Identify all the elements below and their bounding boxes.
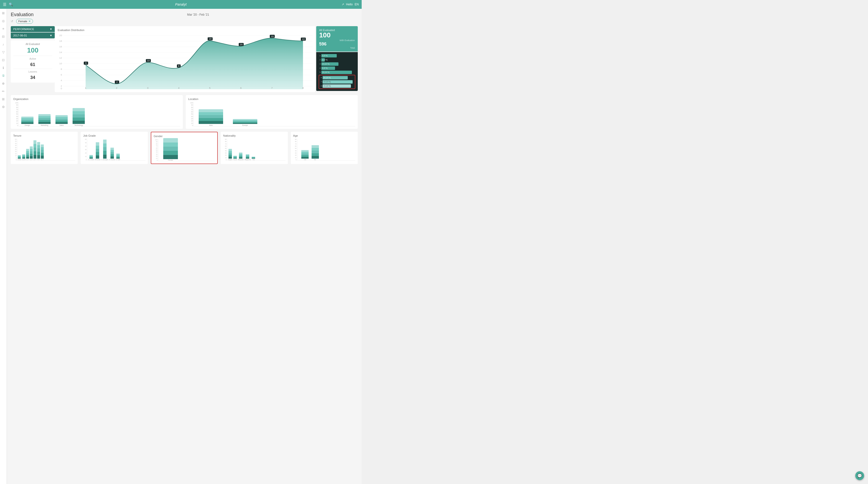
sidebar-icon-note[interactable]: ♪ (1, 42, 6, 47)
filter-pill[interactable]: Female ✕ (16, 19, 33, 24)
score-row-4: 4 8 (8 %) (319, 66, 355, 70)
nationality-section: Nationality 9080706050403020100 (221, 132, 288, 164)
svg-text:18: 18 (59, 40, 62, 42)
org-y-axis: 1009080706050403020100 (13, 102, 18, 126)
all-eval-big: 100 (319, 32, 355, 39)
sidebar-icon-down[interactable]: ▽ (1, 50, 6, 54)
location-bars: Asia Europe (193, 102, 355, 126)
svg-text:7: 7 (271, 87, 273, 89)
nav-right: ↗ Hello EN (342, 3, 359, 6)
location-title: Location (188, 97, 355, 100)
sidebar-icon-circle[interactable]: ◎ (1, 19, 6, 23)
share-icon[interactable]: ↗ (342, 3, 344, 6)
menu-icon[interactable]: ☰ (3, 2, 6, 7)
age-title: Age (293, 134, 355, 137)
top-eval-section: PERFORMANCE ▼ 2017-06-01 ▼ All Evaluated… (11, 26, 358, 92)
sidebar-icon-settings[interactable]: ⚙ (1, 104, 6, 109)
sidebar-icon-table[interactable]: ⊡ (1, 58, 6, 62)
svg-text:19: 19 (271, 35, 274, 38)
date-range: Mar '20 - Feb '21 (38, 13, 358, 17)
job-grade-title: Job Grade (83, 134, 145, 137)
score-row-2: 2 2 (2 %) (319, 58, 355, 62)
sidebar-icon-grid[interactable]: ⊞ (1, 11, 6, 15)
hello-text: Hello (346, 3, 352, 6)
job-grade-section: Job Grade 6050403020100 (81, 132, 148, 164)
search-icon[interactable]: 🔍 (9, 2, 13, 6)
org-title: Organization (13, 97, 180, 100)
svg-text:14: 14 (59, 51, 62, 53)
active-value: 61 (13, 62, 52, 67)
svg-text:20: 20 (59, 34, 62, 36)
svg-text:18: 18 (209, 38, 211, 40)
lang-text[interactable]: EN (354, 3, 359, 6)
date-label: 2017-06-01 (13, 34, 27, 37)
score-row-3: 3 10 (10 %) (319, 62, 355, 66)
svg-text:3: 3 (147, 87, 149, 89)
date-dropdown[interactable]: 2017-06-01 ▼ (11, 32, 55, 38)
all-evaluated-box: All Evaluated 100 With Evaluation 596 To… (316, 26, 358, 52)
top-nav: ☰ 🔍 Panalyt ↗ Hello EN (0, 0, 362, 9)
leavers-label: Leavers (13, 70, 52, 73)
svg-text:2: 2 (116, 81, 118, 83)
sidebar-icon-expand[interactable]: ⊞ (1, 97, 6, 101)
all-evaluated-value: 100 (13, 47, 52, 54)
organization-section: Organization 1009080706050403020100 (11, 95, 183, 129)
all-eval-total-val: 596 (319, 41, 355, 47)
eval-dist-title: Evaluation Distribution (58, 29, 312, 32)
org-bars: Design Marketing (19, 102, 180, 126)
svg-text:10: 10 (147, 60, 150, 62)
score-row-5: 5 18 (18 %) (319, 71, 355, 74)
sidebar-icon-filter[interactable]: ⊟ (1, 34, 6, 39)
sidebar-icon-edit[interactable]: ✏ (1, 89, 6, 93)
svg-text:9: 9 (85, 62, 87, 64)
sidebar-icon-active[interactable]: ① (1, 73, 6, 78)
svg-text:1: 1 (85, 87, 87, 89)
main-content: Evaluation Mar '20 - Feb '21 ↺ Female ✕ … (7, 9, 362, 484)
svg-text:10: 10 (59, 62, 62, 64)
left-panel: PERFORMANCE ▼ 2017-06-01 ▼ All Evaluated… (11, 26, 55, 83)
svg-text:16: 16 (240, 43, 242, 46)
tenure-title: Tenure (13, 134, 75, 137)
refresh-icon[interactable]: ↺ (11, 20, 13, 23)
score-panel: All Evaluated 100 With Evaluation 596 To… (316, 26, 358, 91)
sidebar-icon-info[interactable]: ℹ (1, 65, 6, 70)
leavers-value: 34 (13, 75, 52, 80)
sidebar-icon-add[interactable]: ⊕ (1, 81, 6, 86)
svg-text:6: 6 (240, 87, 242, 89)
svg-text:4: 4 (61, 79, 62, 82)
with-eval-label: With Evaluation (319, 39, 355, 41)
eval-dist-svg: 20 18 16 14 12 10 8 6 4 2 0 (58, 33, 312, 89)
score-row-6: 6 16 (16 %) (320, 76, 354, 80)
svg-text:8: 8 (178, 65, 180, 67)
svg-text:0: 0 (61, 88, 62, 89)
location-y-axis: 1009080706050403020100 (188, 102, 193, 126)
svg-text:8: 8 (61, 68, 62, 70)
score-row-8: 8 19 (18 %) (320, 84, 354, 88)
score-distribution: 1 9 (9 %) 2 2 (2 %) (316, 52, 358, 91)
svg-text:18: 18 (302, 38, 305, 40)
score-row-7: 7 19 (19 %) (320, 80, 354, 84)
date-arrow: ▼ (50, 34, 52, 37)
performance-dropdown[interactable]: PERFORMANCE ▼ (11, 26, 55, 32)
nav-left: ☰ 🔍 (3, 2, 13, 7)
score-row-1: 1 9 (9 %) (319, 54, 355, 57)
svg-text:6: 6 (61, 73, 62, 76)
age-section: Age 9080706050403020100 (291, 132, 358, 164)
svg-text:16: 16 (59, 46, 62, 48)
tenure-section: Tenure 50454035302520151050 (11, 132, 78, 164)
performance-label: PERFORMANCE (13, 28, 34, 31)
nationality-title: Nationality (223, 134, 285, 137)
org-location-row: Organization 1009080706050403020100 (11, 95, 358, 129)
app-logo: Panalyt (175, 2, 187, 6)
sidebar-icon-list[interactable]: ≡ (1, 26, 6, 31)
bottom-charts-row: Tenure 50454035302520151050 (11, 132, 358, 164)
all-evaluated-label: All Evaluated (13, 43, 52, 46)
stats-card: All Evaluated 100 Active 61 Leavers 34 (11, 40, 55, 83)
score-highlighted-rows: 6 16 (16 %) 7 19 (19 %) (319, 75, 355, 89)
gender-section: Gender 1009080706050403020100 (151, 132, 218, 164)
location-section: Location 1009080706050403020100 (186, 95, 358, 129)
svg-text:4: 4 (178, 87, 180, 89)
svg-text:5: 5 (209, 87, 211, 89)
close-filter-icon[interactable]: ✕ (28, 20, 31, 23)
svg-text:2: 2 (61, 85, 62, 87)
